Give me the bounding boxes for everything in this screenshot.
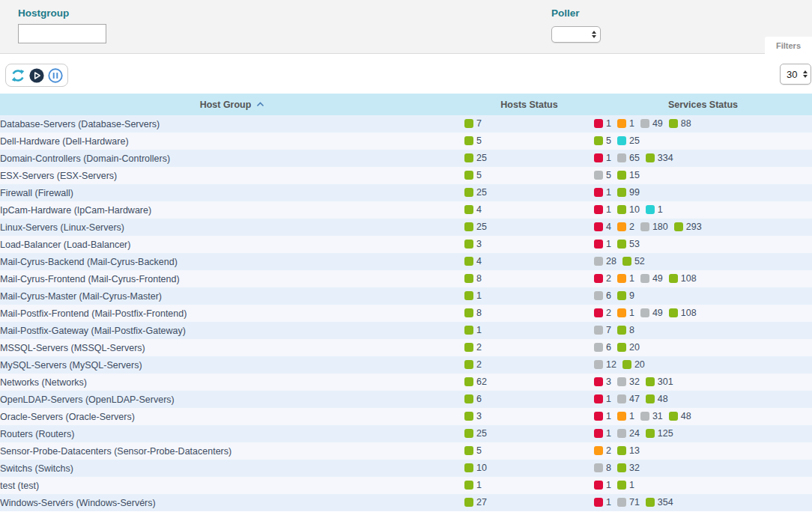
status-badge-critical[interactable]: 3	[594, 377, 611, 387]
status-badge-unknown[interactable]: 7	[594, 325, 611, 335]
status-badge-ok[interactable]: 25	[464, 153, 487, 163]
column-header-host-group[interactable]: Host Group	[0, 94, 464, 115]
status-badge-unknown[interactable]: 5	[594, 170, 611, 180]
status-badge-ok[interactable]: 88	[669, 118, 691, 129]
status-badge-ok[interactable]: 1	[464, 480, 482, 490]
status-badge-critical[interactable]: 4	[594, 222, 611, 232]
status-badge-unknown[interactable]: 8	[594, 463, 611, 473]
status-badge-ok[interactable]: 8	[617, 325, 634, 335]
status-badge-ok[interactable]: 4	[464, 256, 482, 266]
status-badge-ok[interactable]: 125	[646, 428, 673, 439]
status-badge-ok[interactable]: 8	[464, 273, 482, 284]
refresh-button[interactable]	[10, 67, 26, 84]
hostgroup-name[interactable]: Dell-Hardware (Dell-Hardware)	[0, 136, 129, 147]
status-badge-pending[interactable]: 1	[646, 204, 663, 215]
status-badge-unknown[interactable]: 12	[594, 359, 616, 370]
status-badge-critical[interactable]: 1	[594, 394, 611, 404]
hostgroup-name[interactable]: Networks (Networks)	[0, 377, 87, 388]
status-badge-ok[interactable]: 32	[617, 463, 640, 473]
status-badge-ok[interactable]: 5	[464, 135, 482, 146]
status-badge-unknown[interactable]: 31	[640, 411, 663, 421]
status-badge-pending[interactable]: 25	[617, 135, 640, 146]
status-badge-ok[interactable]: 5	[464, 170, 482, 180]
status-badge-unknown[interactable]: 65	[617, 153, 640, 163]
hostgroup-name[interactable]: MSSQL-Servers (MSSQL-Servers)	[0, 343, 145, 353]
status-badge-ok[interactable]: 5	[464, 445, 482, 456]
status-badge-ok[interactable]: 1	[464, 325, 482, 335]
status-badge-unknown[interactable]: 24	[617, 428, 640, 439]
status-badge-ok[interactable]: 27	[464, 497, 487, 508]
status-badge-unknown[interactable]: 6	[594, 290, 611, 301]
status-badge-ok[interactable]: 6	[464, 394, 482, 404]
status-badge-critical[interactable]: 1	[594, 411, 611, 421]
status-badge-ok[interactable]: 25	[464, 222, 487, 232]
status-badge-ok[interactable]: 25	[464, 428, 487, 439]
status-badge-ok[interactable]: 108	[669, 308, 697, 318]
status-badge-warning[interactable]: 2	[594, 445, 611, 456]
status-badge-ok[interactable]: 5	[594, 135, 611, 146]
status-badge-unknown[interactable]: 6	[594, 342, 611, 353]
status-badge-critical[interactable]: 2	[594, 308, 611, 318]
page-size-select[interactable]: 30	[780, 64, 811, 85]
status-badge-unknown[interactable]: 47	[617, 394, 640, 404]
status-badge-critical[interactable]: 1	[594, 118, 611, 129]
status-badge-warning[interactable]: 1	[617, 273, 634, 284]
status-badge-ok[interactable]: 48	[646, 394, 668, 404]
hostgroup-name[interactable]: Oracle-Servers (Oracle-Servers)	[0, 412, 135, 422]
status-badge-ok[interactable]: 1	[464, 290, 482, 301]
status-badge-warning[interactable]: 1	[617, 118, 634, 129]
status-badge-ok[interactable]: 3	[464, 239, 482, 249]
status-badge-unknown[interactable]: 49	[640, 308, 663, 318]
status-badge-critical[interactable]: 1	[594, 497, 611, 508]
status-badge-critical[interactable]: 1	[594, 239, 611, 249]
hostgroup-name[interactable]: IpCam-Hardware (IpCam-Hardware)	[0, 205, 151, 216]
hostgroup-name[interactable]: ESX-Servers (ESX-Servers)	[0, 171, 117, 181]
status-badge-unknown[interactable]: 71	[617, 497, 640, 508]
hostgroup-name[interactable]: Mail-Cyrus-Master (Mail-Cyrus-Master)	[0, 291, 162, 302]
hostgroup-name[interactable]: Windows-Servérs (Windows-Servérs)	[0, 498, 156, 508]
status-badge-unknown[interactable]: 180	[640, 222, 668, 232]
poller-select[interactable]	[551, 26, 601, 43]
status-badge-ok[interactable]: 53	[617, 239, 640, 249]
hostgroup-name[interactable]: Mail-Postfix-Gateway (Mail-Postfix-Gatew…	[0, 326, 186, 336]
status-badge-ok[interactable]: 7	[464, 118, 482, 129]
status-badge-ok[interactable]: 1	[617, 480, 634, 490]
status-badge-ok[interactable]: 293	[674, 222, 702, 232]
status-badge-warning[interactable]: 1	[617, 411, 634, 421]
status-badge-ok[interactable]: 354	[646, 497, 673, 508]
status-badge-critical[interactable]: 1	[594, 153, 611, 163]
status-badge-ok[interactable]: 3	[464, 411, 482, 421]
status-badge-critical[interactable]: 1	[594, 187, 611, 198]
column-header-services-status[interactable]: Services Status	[594, 94, 812, 115]
status-badge-ok[interactable]: 10	[464, 463, 487, 473]
hostgroup-name[interactable]: Linux-Servers (Linux-Servers)	[0, 222, 124, 233]
play-button[interactable]	[28, 67, 45, 84]
status-badge-ok[interactable]: 15	[617, 170, 640, 180]
status-badge-ok[interactable]: 2	[464, 359, 482, 370]
hostgroup-name[interactable]: Domain-Controllers (Domain-Controllers)	[0, 153, 170, 164]
status-badge-ok[interactable]: 108	[669, 273, 697, 284]
status-badge-ok[interactable]: 8	[464, 308, 482, 318]
hostgroup-name[interactable]: Firewall (Firewall)	[0, 188, 73, 198]
status-badge-ok[interactable]: 20	[617, 342, 640, 353]
hostgroup-name[interactable]: Mail-Cyrus-Backend (Mail-Cyrus-Backend)	[0, 257, 178, 267]
status-badge-ok[interactable]: 62	[464, 377, 487, 387]
status-badge-ok[interactable]: 99	[617, 187, 640, 198]
hostgroup-name[interactable]: Switchs (Switchs)	[0, 463, 73, 474]
status-badge-ok[interactable]: 9	[617, 290, 634, 301]
status-badge-ok[interactable]: 13	[617, 445, 640, 456]
hostgroup-name[interactable]: Mail-Cyrus-Frontend (Mail-Cyrus-Frontend…	[0, 274, 180, 284]
status-badge-ok[interactable]: 10	[617, 204, 640, 215]
status-badge-ok[interactable]: 20	[622, 359, 645, 370]
status-badge-unknown[interactable]: 28	[594, 256, 616, 266]
hostgroup-name[interactable]: Load-Balancer (Load-Balancer)	[0, 240, 130, 250]
status-badge-ok[interactable]: 334	[646, 153, 673, 163]
hostgroup-name[interactable]: OpenLDAP-Servers (OpenLDAP-Servers)	[0, 394, 175, 405]
status-badge-critical[interactable]: 1	[594, 480, 611, 490]
hostgroup-input[interactable]	[18, 24, 106, 43]
status-badge-ok[interactable]: 2	[464, 342, 482, 353]
hostgroup-name[interactable]: MySQL-Servers (MySQL-Servers)	[0, 360, 142, 371]
filters-tab[interactable]: Filters	[765, 37, 812, 54]
hostgroup-name[interactable]: Routers (Routers)	[0, 429, 74, 439]
status-badge-ok[interactable]: 301	[646, 377, 673, 387]
